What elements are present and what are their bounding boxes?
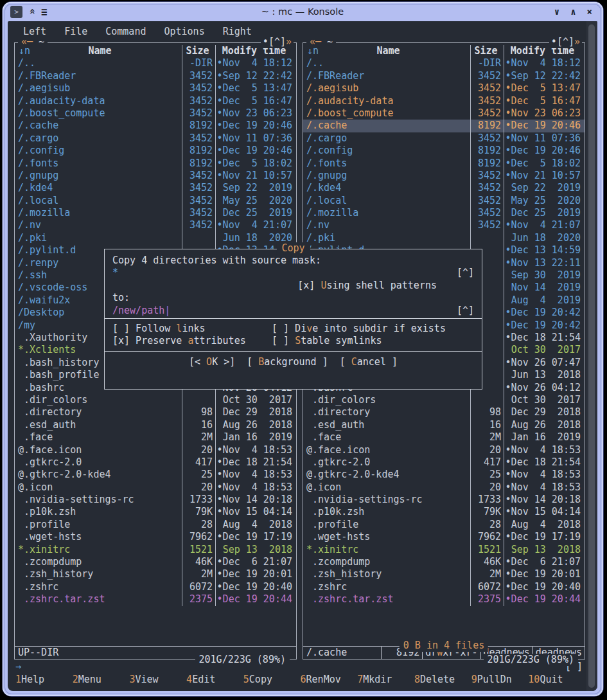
fkey-menu[interactable]: 2Menu — [73, 674, 130, 687]
file-row[interactable]: /.kde43452Sep 22 2019 — [15, 182, 296, 194]
file-row[interactable]: .face2MJan 16 2019 — [303, 431, 585, 444]
file-row[interactable]: /.local3452May 25 2020 — [15, 195, 296, 207]
minimize-button[interactable]: ∨ — [554, 6, 559, 17]
file-row[interactable]: .zshrc6072•Dec 19 20:40 — [303, 581, 585, 593]
column-headers[interactable]: ↓nName Size Modify time — [15, 45, 296, 57]
file-row[interactable]: /.config8192•Dec 19 20:46 — [15, 145, 296, 157]
file-row[interactable]: /.nv3452•Nov 4 21:07 — [303, 219, 585, 231]
file-row[interactable]: /.pkiJun 18 2020 — [303, 232, 585, 244]
destination-input[interactable]: /new/path| [^] — [112, 305, 474, 317]
file-row[interactable]: /.FBReader3452•Sep 12 22:42 — [303, 70, 585, 82]
file-row[interactable]: *.xinitrc1521Sep 13 2018 — [303, 544, 585, 556]
file-row[interactable]: /.cargo3452•Nov 11 07:36 — [303, 132, 585, 145]
menu-item-right[interactable]: Right — [214, 26, 261, 38]
dialog-option-checkbox[interactable]: [ ] Follow links — [112, 323, 272, 335]
file-row[interactable]: .dir_colorsOct 30 2017 — [303, 394, 585, 406]
file-row[interactable]: /.cache8192•Dec 19 20:46 — [15, 120, 296, 132]
close-button[interactable]: × — [587, 6, 592, 17]
file-row[interactable]: .directory98Dec 29 2018 — [303, 406, 585, 418]
file-row[interactable]: /.kde43452Sep 22 2019 — [303, 182, 585, 194]
menu-item-command[interactable]: Command — [96, 26, 155, 38]
file-row[interactable]: .zshrc6072•Dec 19 20:40 — [15, 581, 296, 593]
file-row[interactable]: /.fonts8192•Dec 5 18:02 — [15, 157, 296, 170]
file-row[interactable]: .profile28Aug 4 2018 — [15, 519, 296, 531]
file-row[interactable]: @.gtkrc-2.0-kde425•Nov 4 18:53 — [15, 469, 296, 481]
file-row[interactable]: /..-DIR•Nov 4 18:12 — [15, 57, 296, 69]
sort-indicator[interactable]: ↓n — [307, 45, 319, 57]
ok-button[interactable]: [< OK >] — [189, 356, 235, 368]
hamburger-menu-icon[interactable]: ≡ — [41, 6, 48, 18]
fkey-view[interactable]: 3View — [129, 674, 186, 687]
file-row[interactable]: /.audacity-data3452•Dec 5 16:47 — [15, 95, 296, 107]
file-row[interactable]: /.cargo3452•Nov 11 07:36 — [15, 132, 296, 145]
file-row[interactable]: .nvidia-settings-rc1733•Nov 14 20:18 — [15, 494, 296, 506]
file-row[interactable]: /.config8192•Dec 19 20:46 — [303, 145, 585, 157]
file-row[interactable]: @.gtkrc-2.0-kde425•Nov 4 18:53 — [303, 469, 585, 481]
file-row[interactable]: @.icon20•Nov 4 18:53 — [303, 481, 585, 494]
file-row[interactable]: .gtkrc-2.0417•Dec 18 21:54 — [15, 456, 296, 469]
file-row[interactable]: .dir_colorsOct 30 2017 — [15, 394, 296, 406]
file-row[interactable]: .zcompdump46K•Dec 6 21:07 — [15, 556, 296, 568]
file-row[interactable]: /..-DIR•Nov 4 18:12 — [303, 57, 585, 69]
destination-history-button[interactable]: [^] — [457, 305, 474, 317]
scroll-up-icon[interactable]: » — [26, 8, 38, 14]
source-history-button[interactable]: [^] — [457, 267, 474, 279]
file-row[interactable]: .zshrc.tar.zst2375•Dec 19 20:44 — [15, 593, 296, 606]
file-row[interactable]: .zsh_history2M•Dec 19 20:01 — [15, 568, 296, 580]
dialog-option-checkbox[interactable]: [ ] Dive into subdir if exists — [272, 323, 474, 335]
source-mask-input[interactable]: * [^] — [112, 267, 474, 279]
file-row[interactable]: .profile28Aug 4 2018 — [303, 519, 585, 531]
file-row[interactable]: /.audacity-data3452•Dec 5 16:47 — [303, 95, 585, 107]
file-row[interactable]: .zsh_history2M•Dec 19 20:01 — [303, 568, 585, 580]
sort-indicator[interactable]: ↓n — [19, 45, 30, 57]
app-terminal-icon[interactable]: > — [10, 6, 22, 18]
scrollbar-thumb[interactable] — [588, 24, 595, 688]
fkey-pulldn[interactable]: 9PullDn — [471, 674, 529, 687]
maximize-button[interactable]: ∧ — [570, 6, 576, 17]
file-row[interactable]: @.icon20•Nov 4 18:53 — [15, 481, 296, 494]
file-row[interactable]: *.xinitrc1521Sep 13 2018 — [15, 544, 296, 556]
file-row[interactable]: .face2MJan 16 2019 — [15, 431, 296, 444]
file-row[interactable]: @.face.icon20•Nov 4 18:53 — [303, 444, 585, 456]
column-headers[interactable]: ↓nName Size Modify time — [303, 45, 585, 57]
panel-hist-left[interactable]: •[^]» — [261, 36, 294, 48]
file-row[interactable]: @.face.icon20•Nov 4 18:53 — [15, 444, 296, 456]
fkey-delete[interactable]: 8Delete — [414, 674, 471, 687]
terminal-scrollbar[interactable] — [586, 21, 597, 691]
file-row[interactable]: .zshrc.tar.zst2375•Dec 19 20:44 — [303, 593, 585, 606]
file-row[interactable]: /.pkiJun 18 2020 — [15, 232, 296, 244]
fkey-help[interactable]: 1Help — [15, 674, 73, 687]
menu-item-options[interactable]: Options — [155, 26, 213, 38]
file-row[interactable]: .p10k.zsh79K•Nov 15 04:14 — [15, 506, 296, 518]
file-row[interactable]: .esd_auth16Aug 26 2018 — [15, 419, 296, 431]
file-row[interactable]: /.mozilla3452Dec 25 2019 — [303, 207, 585, 219]
fkey-mkdir[interactable]: 7Mkdir — [357, 674, 414, 687]
panel-hist-right[interactable]: •[^]» — [549, 36, 582, 48]
fkey-renmov[interactable]: 6RenMov — [301, 674, 358, 687]
dialog-option-checkbox[interactable]: [ ] Stable symlinks — [272, 335, 474, 347]
file-row[interactable]: .wget-hsts7962•Dec 19 17:19 — [303, 531, 585, 543]
file-row[interactable]: /.mozilla3452Dec 25 2019 — [15, 207, 296, 219]
fkey-copy[interactable]: 5Copy — [243, 674, 301, 687]
file-row[interactable]: /.gnupg3452•Nov 21 10:57 — [303, 170, 585, 182]
file-row[interactable]: /.aegisub3452•Dec 5 13:47 — [303, 82, 585, 94]
file-row[interactable]: /.gnupg3452•Nov 21 10:57 — [15, 170, 296, 182]
file-row[interactable]: /.aegisub3452•Dec 5 13:47 — [15, 82, 296, 94]
fkey-edit[interactable]: 4Edit — [186, 674, 243, 687]
dialog-option-checkbox[interactable]: [x] Preserve attributes — [112, 335, 272, 347]
file-row[interactable]: .nvidia-settings-rc1733•Nov 14 20:18 — [303, 494, 585, 506]
cancel-button[interactable]: [ Cancel ] — [340, 356, 398, 368]
file-row[interactable]: /.fonts8192•Dec 5 18:02 — [303, 157, 585, 170]
background-button[interactable]: [ Background ] — [247, 356, 328, 368]
file-row[interactable]: /.boost_compute3452•Nov 23 06:23 — [303, 107, 585, 120]
fkey-quit[interactable]: 10Quit — [528, 674, 585, 687]
file-row[interactable]: /.nv3452•Nov 4 21:07 — [15, 219, 296, 231]
menu-item-file[interactable]: File — [55, 26, 96, 38]
file-row[interactable]: /.FBReader3452•Sep 12 22:42 — [15, 70, 296, 82]
file-row[interactable]: .p10k.zsh79K•Nov 15 04:14 — [303, 506, 585, 518]
shell-patterns-checkbox[interactable]: [x] Using shell patterns — [112, 280, 474, 292]
file-row[interactable]: .wget-hsts7962•Dec 19 17:19 — [15, 531, 296, 543]
file-row[interactable]: .esd_auth16Aug 26 2018 — [303, 419, 585, 431]
file-row[interactable]: /.boost_compute3452•Nov 23 06:23 — [15, 107, 296, 120]
file-row[interactable]: .zcompdump46K•Dec 6 21:07 — [303, 556, 585, 568]
